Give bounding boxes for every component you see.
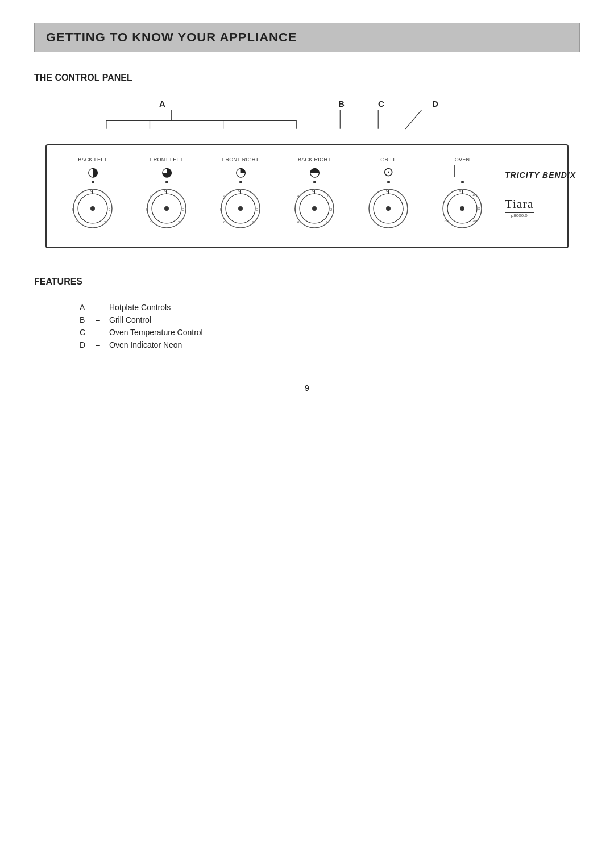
label-a: A bbox=[159, 99, 165, 108]
svg-point-22 bbox=[164, 206, 169, 211]
feature-dash-c: – bbox=[96, 328, 105, 337]
brand-name: TRICITY BENDIX bbox=[505, 170, 576, 180]
svg-text:100: 100 bbox=[472, 193, 478, 197]
features-list: A – Hotplate Controls B – Grill Control … bbox=[80, 303, 580, 349]
svg-text:5: 5 bbox=[294, 208, 296, 211]
knob-icon-front-right: ◔ bbox=[235, 165, 246, 180]
svg-text:150: 150 bbox=[476, 207, 481, 210]
feature-letter-a: A bbox=[80, 303, 91, 312]
feature-item-a: A – Hotplate Controls bbox=[80, 303, 580, 312]
knob-dot-back-right bbox=[313, 181, 316, 183]
knob-svg-oven[interactable]: 0 100 150 200 250 bbox=[439, 186, 485, 231]
svg-point-44 bbox=[312, 206, 317, 211]
svg-text:0: 0 bbox=[238, 189, 240, 193]
feature-item-d: D – Oven Indicator Neon bbox=[80, 340, 580, 349]
feature-item-b: B – Grill Control bbox=[80, 315, 580, 324]
knob-dot-front-left bbox=[165, 181, 168, 183]
svg-text:0: 0 bbox=[164, 189, 167, 193]
bracket-svg bbox=[68, 109, 569, 144]
knob-dot-back-left bbox=[92, 181, 94, 183]
feature-desc-b: Grill Control bbox=[109, 315, 151, 324]
svg-text:250: 250 bbox=[444, 219, 449, 223]
knob-svg-front-right[interactable]: 0 1 2 3 6 5 4 bbox=[218, 186, 263, 231]
knob-svg-back-right[interactable]: 0 1 2 3 6 5 4 bbox=[292, 186, 337, 231]
tiara-sub: p8000.0 bbox=[505, 213, 534, 218]
knob-group-back-left: BACK LEFT ◑ 0 1 2 3 6 5 bbox=[56, 157, 130, 231]
knob-svg-back-left[interactable]: 0 1 2 3 6 5 4 bbox=[70, 186, 115, 231]
features-title: FEATURES bbox=[34, 277, 580, 287]
knob-dot-grill bbox=[387, 181, 390, 183]
knob-icon-grill: ⊙ bbox=[383, 165, 393, 180]
knob-icon-front-left: ◕ bbox=[161, 165, 172, 180]
features-section: FEATURES A – Hotplate Controls B – Grill… bbox=[34, 277, 580, 349]
svg-text:5: 5 bbox=[146, 208, 148, 211]
knob-group-front-right: FRONT RIGHT ◔ 0 1 2 3 6 5 4 bbox=[204, 157, 277, 231]
feature-letter-b: B bbox=[80, 315, 91, 324]
diagram-container: A B C D BACK LEFT ◑ 0 bbox=[45, 99, 569, 248]
knob-group-back-right: BACK RIGHT ◓ 0 1 2 3 6 5 4 bbox=[277, 157, 351, 231]
svg-text:2: 2 bbox=[109, 208, 111, 211]
svg-text:0: 0 bbox=[312, 189, 314, 193]
knob-label-grill: GRILL bbox=[380, 157, 396, 162]
feature-desc-c: Oven Temperature Control bbox=[109, 328, 203, 337]
feature-letter-d: D bbox=[80, 340, 91, 349]
svg-text:200: 200 bbox=[472, 219, 478, 223]
svg-text:0: 0 bbox=[386, 189, 388, 193]
tiara-container: Tiara p8000.0 bbox=[505, 191, 534, 218]
oven-indicator-box bbox=[454, 165, 470, 177]
knob-label-front-right: FRONT RIGHT bbox=[222, 157, 259, 162]
svg-text:0: 0 bbox=[90, 189, 93, 193]
knob-label-oven: OVEN bbox=[455, 157, 470, 162]
svg-text:H: H bbox=[403, 208, 405, 211]
svg-text:0: 0 bbox=[459, 189, 462, 193]
feature-letter-c: C bbox=[80, 328, 91, 337]
page-number: 9 bbox=[34, 383, 580, 393]
knob-label-back-left: BACK LEFT bbox=[78, 157, 107, 162]
knob-group-oven: OVEN 0 100 150 200 250 bbox=[425, 157, 499, 231]
svg-point-55 bbox=[386, 206, 391, 211]
feature-dash-b: – bbox=[96, 315, 105, 324]
tiara-model: Tiara bbox=[505, 197, 534, 213]
label-b: B bbox=[338, 99, 345, 108]
feature-desc-a: Hotplate Controls bbox=[109, 303, 171, 312]
knob-group-front-left: FRONT LEFT ◕ 0 1 2 3 6 5 4 bbox=[130, 157, 204, 231]
svg-line-8 bbox=[405, 110, 422, 128]
oven-indicator-dot bbox=[461, 181, 464, 183]
svg-text:5: 5 bbox=[72, 208, 74, 211]
knob-icon-back-left: ◑ bbox=[88, 165, 98, 180]
feature-item-c: C – Oven Temperature Control bbox=[80, 328, 580, 337]
page-title: GETTING TO KNOW YOUR APPLIANCE bbox=[46, 30, 568, 45]
svg-text:5: 5 bbox=[220, 208, 222, 211]
knob-group-grill: GRILL ⊙ 0 L H bbox=[351, 157, 425, 231]
feature-dash-a: – bbox=[96, 303, 105, 312]
knob-dot-front-right bbox=[239, 181, 242, 183]
svg-point-11 bbox=[90, 206, 95, 211]
control-panel-section: THE CONTROL PANEL bbox=[34, 73, 580, 248]
label-d: D bbox=[432, 99, 438, 108]
svg-text:2: 2 bbox=[256, 208, 259, 211]
knobs-area: BACK LEFT ◑ 0 1 2 3 6 5 bbox=[56, 157, 499, 231]
svg-point-62 bbox=[460, 206, 464, 211]
right-panel: TRICITY BENDIX Tiara p8000.0 bbox=[499, 170, 590, 218]
knob-icon-back-right: ◓ bbox=[309, 165, 320, 180]
knob-label-front-left: FRONT LEFT bbox=[150, 157, 183, 162]
knob-svg-grill[interactable]: 0 L H bbox=[366, 186, 411, 231]
knob-label-back-right: BACK RIGHT bbox=[298, 157, 331, 162]
knob-svg-front-left[interactable]: 0 1 2 3 6 5 4 bbox=[144, 186, 189, 231]
feature-dash-d: – bbox=[96, 340, 105, 349]
feature-desc-d: Oven Indicator Neon bbox=[109, 340, 182, 349]
svg-text:2: 2 bbox=[330, 208, 333, 211]
panel-box: BACK LEFT ◑ 0 1 2 3 6 5 bbox=[45, 144, 569, 248]
svg-text:2: 2 bbox=[182, 208, 185, 211]
label-c: C bbox=[378, 99, 384, 108]
control-panel-title: THE CONTROL PANEL bbox=[34, 73, 580, 83]
top-labels: A B C D bbox=[68, 99, 569, 144]
page-header: GETTING TO KNOW YOUR APPLIANCE bbox=[34, 23, 580, 52]
svg-point-33 bbox=[238, 206, 243, 211]
